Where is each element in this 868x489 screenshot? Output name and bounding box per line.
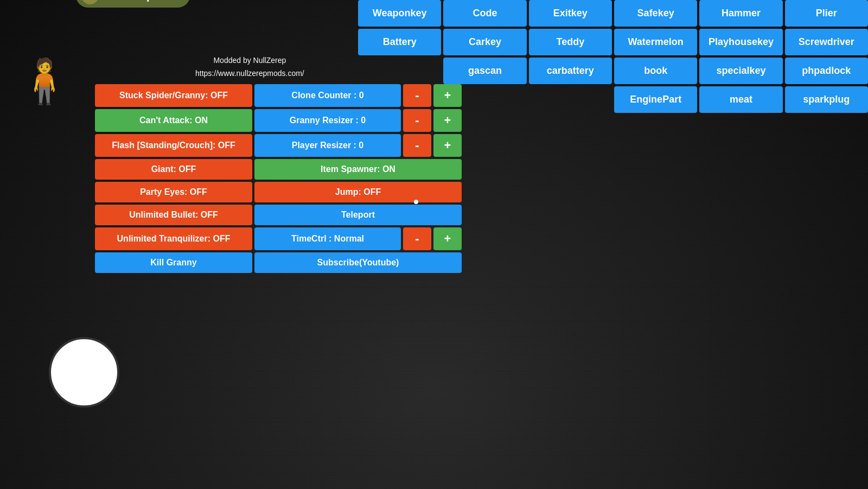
enginepart-btn[interactable]: EnginePart [614, 86, 697, 113]
player-resizer-minus[interactable]: - [403, 134, 431, 157]
party-eyes-btn[interactable]: Party Eyes: OFF [95, 182, 252, 202]
player-resizer-plus[interactable]: + [433, 134, 462, 157]
watermelon-btn[interactable]: Watermelon [614, 29, 697, 55]
carkey-btn[interactable]: Carkey [443, 29, 526, 55]
weapon-row-1: Weaponkey Code Exitkey Safekey Hammer Pl… [358, 0, 868, 27]
user-name: NullZerep [103, 0, 153, 2]
mod-credit-line2: https://www.nullzerepmods.com/ [195, 67, 304, 80]
player-resizer-btn[interactable]: Player Resizer : 0 [254, 134, 401, 157]
subscribe-btn[interactable]: Subscribe(Youtube) [254, 252, 462, 273]
item-spawner-btn[interactable]: Item Spawner: ON [254, 159, 462, 180]
meat-btn[interactable]: meat [699, 86, 782, 113]
unlimited-tranq-btn[interactable]: Unlimited Tranquilizer: OFF [95, 227, 252, 250]
phpadlock-btn[interactable]: phpadlock [785, 58, 868, 84]
carbattery-btn[interactable]: carbattery [529, 58, 612, 84]
weapon-row-3: gascan carbattery book specialkey phpadl… [358, 58, 868, 84]
teleport-btn[interactable]: Teleport [254, 205, 462, 225]
book-btn[interactable]: book [614, 58, 697, 84]
user-badge: 🎮 NullZerep ⇄ [76, 0, 190, 8]
flash-btn[interactable]: Flash [Standing/Crouch]: OFF [95, 134, 252, 157]
gascan-btn[interactable]: gascan [443, 58, 526, 84]
stuck-spider-btn[interactable]: Stuck Spider/Granny: OFF [95, 84, 252, 107]
cursor [414, 200, 418, 204]
timectrl-minus[interactable]: - [403, 227, 431, 250]
specialkey-btn[interactable]: specialkey [699, 58, 782, 84]
cant-attack-btn[interactable]: Can't Attack: ON [95, 109, 252, 132]
battery-btn[interactable]: Battery [358, 29, 441, 55]
user-icon: 🎮 [81, 0, 99, 4]
weapon-row-2: Battery Carkey Teddy Watermelon Playhous… [358, 29, 868, 55]
screwdriver-btn[interactable]: Screwdriver [785, 29, 868, 55]
kill-granny-btn[interactable]: Kill Granny [95, 252, 252, 273]
weaponkey-btn[interactable]: Weaponkey [358, 0, 441, 27]
playhousekey-btn[interactable]: Playhousekey [699, 29, 782, 55]
timectrl-plus[interactable]: + [433, 227, 462, 250]
sparkplug-btn[interactable]: sparkplug [785, 86, 868, 113]
hammer-btn[interactable]: Hammer [699, 0, 782, 27]
jump-btn[interactable]: Jump: OFF [254, 182, 462, 202]
arrows-icon: ⇄ [157, 0, 165, 2]
code-btn[interactable]: Code [443, 0, 526, 27]
mod-credit-line1: Modded by NullZerep [195, 54, 304, 67]
weapon-row-4: EnginePart meat sparkplug [358, 86, 868, 113]
giant-btn[interactable]: Giant: OFF [95, 159, 252, 180]
joystick[interactable] [49, 337, 119, 408]
timectrl-btn[interactable]: TimeCtrl : Normal [254, 227, 401, 250]
plier-btn[interactable]: Plier [785, 0, 868, 27]
weapon-panel: Weaponkey Code Exitkey Safekey Hammer Pl… [358, 0, 868, 113]
unlimited-bullet-btn[interactable]: Unlimited Bullet: OFF [95, 205, 252, 225]
teddy-btn[interactable]: Teddy [529, 29, 612, 55]
exitkey-btn[interactable]: Exitkey [529, 0, 612, 27]
safekey-btn[interactable]: Safekey [614, 0, 697, 27]
character-silhouette: 🧍 [17, 60, 72, 103]
